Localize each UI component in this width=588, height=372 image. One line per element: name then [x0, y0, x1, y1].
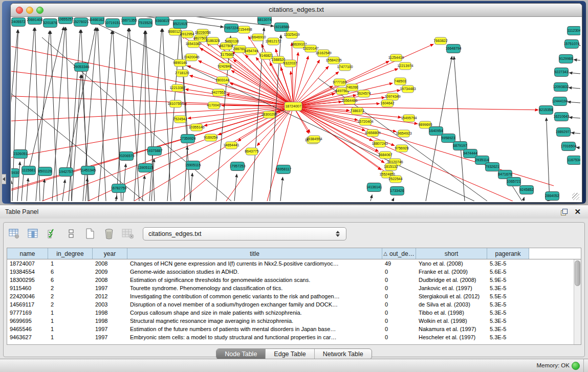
graph-node[interactable]: 9242848: [217, 63, 231, 70]
cell-out_degree[interactable]: 0: [382, 277, 416, 283]
graph-edge[interactable]: [113, 31, 121, 201]
graph-node[interactable]: 11254419: [388, 54, 404, 61]
cell-name[interactable]: 9463627: [7, 334, 48, 340]
graph-edge[interactable]: [226, 106, 293, 201]
cell-short[interactable]: Wolkin et al. (1998): [416, 318, 487, 324]
cell-year[interactable]: 2009: [93, 269, 127, 275]
graph-node[interactable]: 15495794: [401, 115, 417, 122]
graph-edge[interactable]: [293, 106, 554, 186]
graph-node[interactable]: 19218586: [273, 23, 289, 32]
graph-node[interactable]: 1065721: [507, 178, 520, 186]
graph-node[interactable]: 9129966: [559, 55, 573, 63]
graph-node[interactable]: 10658809: [364, 129, 380, 137]
graph-edge[interactable]: [180, 106, 293, 201]
graph-node[interactable]: 29053346: [73, 63, 89, 72]
graph-edge[interactable]: [571, 133, 580, 134]
cell-name[interactable]: 9777169: [7, 310, 48, 316]
cell-in_degree[interactable]: 1: [48, 310, 93, 316]
table-row[interactable]: 1456911722003Disruption of a novel membe…: [7, 300, 574, 309]
graph-edge[interactable]: [216, 36, 231, 201]
graph-edge[interactable]: [204, 106, 293, 126]
graph-node[interactable]: 16671355: [121, 17, 137, 25]
graph-node[interactable]: 20206575: [118, 152, 134, 161]
cell-out_degree[interactable]: 49: [382, 260, 416, 267]
graph-edge[interactable]: [280, 177, 283, 201]
graph-edge[interactable]: [123, 164, 126, 201]
cell-name[interactable]: 22420046: [7, 293, 48, 299]
graph-node[interactable]: 3624574: [357, 90, 371, 97]
graph-node[interactable]: 15584235: [325, 57, 341, 64]
graph-node[interactable]: 16958117: [276, 165, 292, 174]
graph-node[interactable]: 3201876: [43, 19, 57, 28]
cell-pagerank[interactable]: 5.3E-5: [487, 301, 529, 308]
graph-node[interactable]: 15905115: [185, 161, 201, 170]
cell-year[interactable]: 1997: [93, 334, 127, 340]
network-canvas[interactable]: 1872400786601238912954182260589827509165…: [11, 17, 580, 201]
graph-node[interactable]: 8521915: [173, 20, 187, 29]
cell-pagerank[interactable]: 5.9E-5: [487, 277, 529, 283]
cell-year[interactable]: 1998: [93, 310, 127, 316]
graph-edge[interactable]: [523, 197, 524, 201]
cell-short[interactable]: Hescheler et al. (1997): [416, 334, 487, 340]
cell-out_degree[interactable]: 0: [382, 293, 416, 299]
cell-out_degree[interactable]: 0: [382, 285, 416, 291]
graph-edge[interactable]: [62, 180, 65, 201]
cell-out_degree[interactable]: 0: [382, 318, 416, 324]
table-row[interactable]: 977716911998Corpus callosum shape and si…: [7, 309, 574, 317]
table-source-select[interactable]: citations_edges.txt: [143, 227, 346, 240]
graph-node[interactable]: 16162549: [315, 50, 331, 57]
graph-node[interactable]: 9245852: [519, 186, 533, 194]
column-header-year[interactable]: year: [93, 248, 127, 259]
cell-title[interactable]: Estimation of the future numbers of pati…: [127, 326, 382, 332]
cell-short[interactable]: Tibbo et al. (1998): [416, 310, 487, 316]
cell-short[interactable]: Jankovic et al. (1997): [416, 285, 487, 291]
graph-node[interactable]: 17016504: [560, 142, 576, 151]
cell-name[interactable]: 19384554: [7, 269, 48, 275]
graph-edge[interactable]: [116, 28, 128, 201]
column-header-short[interactable]: short: [416, 248, 487, 259]
column-header-name[interactable]: name: [7, 248, 48, 259]
cell-in_degree[interactable]: 2: [48, 301, 93, 308]
graph-node[interactable]: 7515526: [138, 19, 152, 28]
graph-node[interactable]: 2326051: [13, 150, 27, 159]
cell-year[interactable]: 1997: [93, 326, 127, 332]
tab-node-table[interactable]: Node Table: [216, 349, 266, 359]
graph-edge[interactable]: [248, 36, 293, 106]
graph-edge[interactable]: [17, 162, 20, 201]
graph-node[interactable]: 15751074: [563, 40, 579, 49]
close-panel-icon[interactable]: ✕: [574, 207, 581, 216]
cell-pagerank[interactable]: 5.3E-5: [487, 326, 529, 332]
cell-short[interactable]: Dudbridge et al. (2008): [416, 277, 487, 283]
table-row[interactable]: 946554611997Estimation of the future num…: [7, 325, 574, 333]
graph-node[interactable]: 16646910: [250, 34, 266, 41]
graph-node[interactable]: 17957253: [229, 162, 245, 171]
cell-pagerank[interactable]: 5.3E-5: [487, 285, 529, 291]
delete-table-icon[interactable]: [102, 227, 116, 240]
cell-year[interactable]: 2012: [93, 293, 127, 299]
table-row[interactable]: 1872400712008Changes of HCN gene express…: [7, 259, 574, 268]
graph-node[interactable]: 18807243: [372, 140, 387, 147]
graph-node[interactable]: 2803144: [215, 77, 229, 84]
column-header-title[interactable]: title: [127, 248, 382, 259]
graph-edge[interactable]: [81, 30, 88, 201]
cell-in_degree[interactable]: 2: [48, 293, 93, 299]
graph-node[interactable]: 3684067: [378, 151, 392, 159]
graph-node[interactable]: 14136141: [366, 183, 382, 192]
cell-title[interactable]: Structural magnetic resonance image aver…: [127, 318, 382, 324]
graph-node[interactable]: 19892971: [555, 128, 571, 137]
cell-short[interactable]: Nakamura et al. (1997): [416, 326, 487, 332]
graph-node[interactable]: 1733426: [390, 187, 404, 195]
graph-node[interactable]: 20691406: [27, 17, 42, 25]
graph-node[interactable]: 18300295: [261, 111, 277, 118]
graph-node[interactable]: 9169254: [204, 134, 217, 141]
graph-node[interactable]: 10355146: [188, 124, 204, 131]
cell-title[interactable]: Genome-wide association studies in ADHD.: [127, 269, 382, 275]
graph-node[interactable]: 9227343: [554, 68, 568, 77]
cell-title[interactable]: Estimation of significance thresholds fo…: [127, 277, 382, 283]
graph-edge[interactable]: [371, 195, 372, 201]
graph-node[interactable]: 13905115: [138, 164, 154, 172]
cell-out_degree[interactable]: 0: [382, 310, 416, 316]
cell-name[interactable]: 9699695: [7, 318, 48, 324]
table-row[interactable]: 969969511998Structural magnetic resonanc…: [7, 317, 574, 325]
graph-node[interactable]: 5958923: [441, 134, 455, 143]
